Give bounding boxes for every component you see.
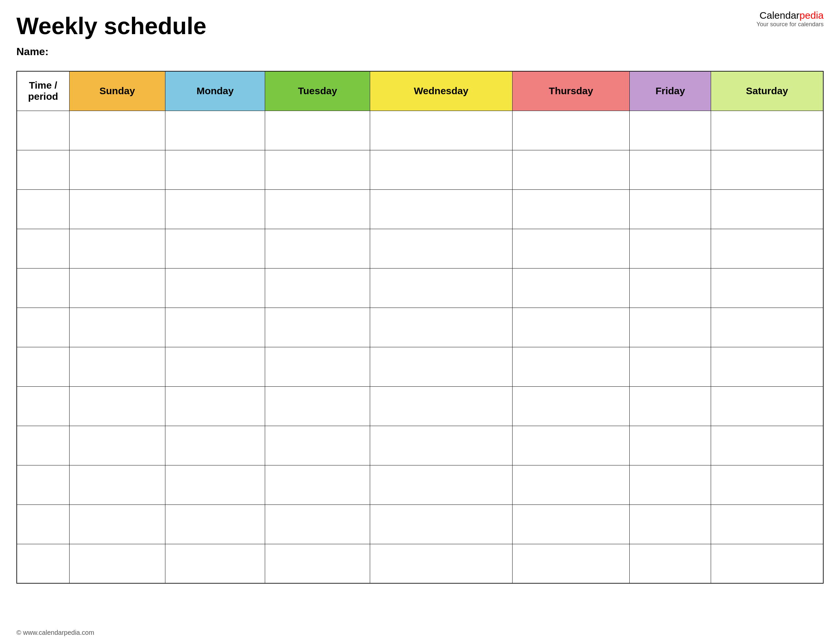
time-cell[interactable] <box>17 111 69 150</box>
schedule-cell[interactable] <box>370 504 512 544</box>
schedule-cell[interactable] <box>165 268 265 308</box>
schedule-cell[interactable] <box>69 347 165 386</box>
table-row <box>17 111 823 150</box>
schedule-cell[interactable] <box>512 347 630 386</box>
schedule-cell[interactable] <box>165 347 265 386</box>
schedule-cell[interactable] <box>512 426 630 465</box>
schedule-cell[interactable] <box>370 465 512 504</box>
schedule-cell[interactable] <box>512 150 630 189</box>
schedule-cell[interactable] <box>370 386 512 426</box>
schedule-cell[interactable] <box>69 465 165 504</box>
time-cell[interactable] <box>17 229 69 268</box>
schedule-cell[interactable] <box>370 189 512 229</box>
schedule-cell[interactable] <box>370 150 512 189</box>
schedule-cell[interactable] <box>512 504 630 544</box>
schedule-cell[interactable] <box>165 229 265 268</box>
schedule-cell[interactable] <box>370 544 512 583</box>
schedule-cell[interactable] <box>711 544 823 583</box>
table-row <box>17 347 823 386</box>
schedule-cell[interactable] <box>265 347 370 386</box>
schedule-cell[interactable] <box>265 268 370 308</box>
schedule-cell[interactable] <box>165 386 265 426</box>
schedule-cell[interactable] <box>630 229 711 268</box>
schedule-cell[interactable] <box>265 150 370 189</box>
schedule-cell[interactable] <box>165 189 265 229</box>
schedule-cell[interactable] <box>512 386 630 426</box>
schedule-cell[interactable] <box>512 189 630 229</box>
time-cell[interactable] <box>17 347 69 386</box>
schedule-cell[interactable] <box>165 544 265 583</box>
schedule-cell[interactable] <box>630 426 711 465</box>
schedule-cell[interactable] <box>265 229 370 268</box>
schedule-cell[interactable] <box>265 308 370 347</box>
schedule-cell[interactable] <box>512 268 630 308</box>
schedule-cell[interactable] <box>630 189 711 229</box>
schedule-cell[interactable] <box>265 504 370 544</box>
schedule-cell[interactable] <box>370 268 512 308</box>
schedule-cell[interactable] <box>265 544 370 583</box>
schedule-cell[interactable] <box>265 426 370 465</box>
schedule-cell[interactable] <box>711 150 823 189</box>
schedule-cell[interactable] <box>711 111 823 150</box>
schedule-cell[interactable] <box>165 504 265 544</box>
time-cell[interactable] <box>17 268 69 308</box>
schedule-cell[interactable] <box>265 111 370 150</box>
schedule-cell[interactable] <box>630 465 711 504</box>
schedule-cell[interactable] <box>630 268 711 308</box>
schedule-cell[interactable] <box>630 150 711 189</box>
time-cell[interactable] <box>17 544 69 583</box>
schedule-cell[interactable] <box>630 347 711 386</box>
schedule-cell[interactable] <box>711 308 823 347</box>
schedule-cell[interactable] <box>69 426 165 465</box>
schedule-cell[interactable] <box>630 504 711 544</box>
schedule-cell[interactable] <box>265 189 370 229</box>
schedule-cell[interactable] <box>711 229 823 268</box>
schedule-cell[interactable] <box>165 465 265 504</box>
schedule-cell[interactable] <box>69 111 165 150</box>
schedule-cell[interactable] <box>370 308 512 347</box>
time-cell[interactable] <box>17 150 69 189</box>
schedule-cell[interactable] <box>165 308 265 347</box>
schedule-cell[interactable] <box>512 465 630 504</box>
time-cell[interactable] <box>17 426 69 465</box>
time-cell[interactable] <box>17 465 69 504</box>
time-cell[interactable] <box>17 308 69 347</box>
schedule-cell[interactable] <box>630 308 711 347</box>
schedule-cell[interactable] <box>512 229 630 268</box>
schedule-cell[interactable] <box>69 544 165 583</box>
schedule-cell[interactable] <box>370 111 512 150</box>
schedule-cell[interactable] <box>165 111 265 150</box>
schedule-cell[interactable] <box>69 308 165 347</box>
schedule-cell[interactable] <box>69 268 165 308</box>
time-cell[interactable] <box>17 504 69 544</box>
schedule-cell[interactable] <box>165 150 265 189</box>
schedule-cell[interactable] <box>711 504 823 544</box>
schedule-cell[interactable] <box>69 229 165 268</box>
schedule-cell[interactable] <box>370 426 512 465</box>
time-cell[interactable] <box>17 386 69 426</box>
schedule-cell[interactable] <box>512 544 630 583</box>
schedule-cell[interactable] <box>711 347 823 386</box>
schedule-cell[interactable] <box>711 386 823 426</box>
schedule-cell[interactable] <box>630 544 711 583</box>
schedule-cell[interactable] <box>69 386 165 426</box>
col-header-monday: Monday <box>165 71 265 111</box>
schedule-cell[interactable] <box>69 189 165 229</box>
page-title: Weekly schedule <box>16 13 824 39</box>
schedule-cell[interactable] <box>711 426 823 465</box>
schedule-cell[interactable] <box>512 111 630 150</box>
schedule-cell[interactable] <box>630 111 711 150</box>
schedule-cell[interactable] <box>711 465 823 504</box>
schedule-cell[interactable] <box>265 465 370 504</box>
schedule-cell[interactable] <box>370 229 512 268</box>
schedule-cell[interactable] <box>69 504 165 544</box>
schedule-cell[interactable] <box>711 268 823 308</box>
schedule-cell[interactable] <box>265 386 370 426</box>
schedule-cell[interactable] <box>630 386 711 426</box>
schedule-cell[interactable] <box>370 347 512 386</box>
time-cell[interactable] <box>17 189 69 229</box>
schedule-cell[interactable] <box>165 426 265 465</box>
schedule-cell[interactable] <box>711 189 823 229</box>
schedule-cell[interactable] <box>512 308 630 347</box>
schedule-cell[interactable] <box>69 150 165 189</box>
